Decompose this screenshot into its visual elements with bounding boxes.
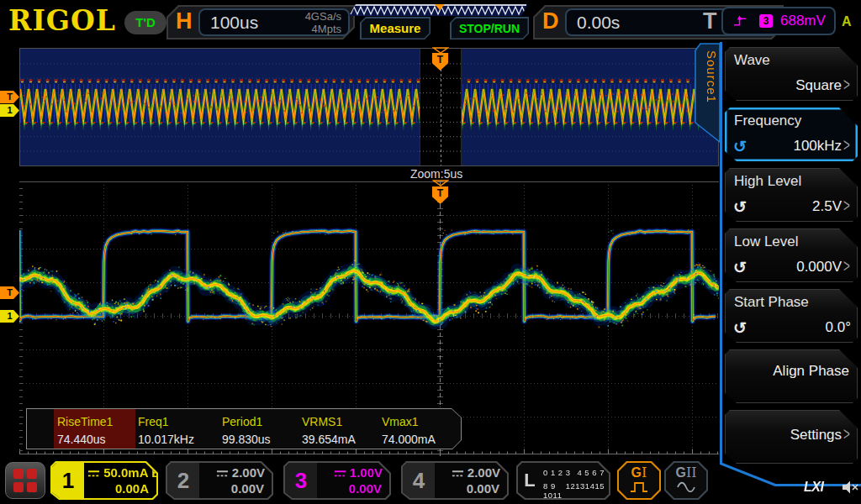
rigol-logo: RIGOL <box>8 4 116 37</box>
chevron-right-icon: > <box>843 425 850 446</box>
sidebar-button-low-level[interactable]: Low Level ↺ 0.000V> <box>725 228 858 282</box>
channel3-box[interactable]: 3 1.00V 0.00V <box>283 461 391 500</box>
channel2-number: 2 <box>167 463 199 498</box>
knob-icon: ↺ <box>733 318 747 338</box>
trigger-level-tag[interactable]: T <box>0 286 19 299</box>
dc-coupling-icon <box>87 470 100 478</box>
channel1-number: 1 <box>52 463 84 498</box>
h-label: H <box>176 8 193 34</box>
sidebar-button-high-level[interactable]: High Level ↺ 2.5V> <box>725 168 858 222</box>
sidebar-button-settings[interactable]: Settings> <box>725 410 858 464</box>
sidebar-button-wave[interactable]: Wave Square> <box>725 47 858 101</box>
chevron-right-icon: > <box>843 136 850 157</box>
delay-value: 0.00s <box>577 13 620 33</box>
sidebar-button-start-phase[interactable]: Start Phase ↺ 0.0° <box>725 289 858 343</box>
trigger-status-badge: T'D <box>124 11 166 34</box>
logic-label: L <box>518 463 541 498</box>
sidebar-tab-source1[interactable]: Source1 <box>697 50 719 138</box>
waveform-position-strip[interactable] <box>349 4 528 16</box>
channel4-number: 4 <box>403 463 435 498</box>
dc-coupling-icon <box>452 470 464 478</box>
zoom-scale-label: Zoom:5us <box>410 167 462 181</box>
dc-coupling-icon <box>216 470 229 478</box>
trigger-level-value: 688mV <box>780 13 826 29</box>
speaker-muted-icon[interactable] <box>841 480 859 495</box>
menu-button[interactable] <box>5 462 45 499</box>
channel1-ground-tag[interactable]: 1 <box>0 310 19 323</box>
horizontal-timebase-block[interactable]: H 100us 4GSa/s 4Mpts <box>166 5 355 39</box>
channel1-offset: 0.00A <box>87 481 149 496</box>
trigger-sweep-mode: A <box>842 14 852 29</box>
knob-icon: ↺ <box>733 137 747 156</box>
channel2-box[interactable]: 2 2.00V 0.00V <box>166 461 273 500</box>
sidebar-button-align-phase[interactable]: Align Phase <box>725 349 858 403</box>
menu-grid-icon <box>13 469 37 492</box>
rising-edge-icon <box>733 14 747 28</box>
timebase-value: 100us <box>210 13 258 33</box>
sine-wave-icon <box>677 481 695 492</box>
overview-canvas <box>20 49 718 165</box>
chevron-right-icon: > <box>843 257 850 278</box>
t-label: T <box>703 8 717 34</box>
square-pulse-icon <box>630 481 648 492</box>
channel4-box[interactable]: 4 2.00V 0.00V <box>401 461 509 500</box>
knob-icon: ↺ <box>733 258 747 277</box>
dc-coupling-icon <box>334 470 346 478</box>
memory-depth: 4Mpts <box>305 23 341 35</box>
measurements-panel[interactable]: RiseTime1 74.440us Freq1 10.017kHz Perio… <box>26 408 462 449</box>
trigger-source-badge: 3 <box>759 14 773 28</box>
channel4-offset: 0.00V <box>438 481 499 496</box>
overview-channel1-tag[interactable]: 1 <box>0 104 19 117</box>
chevron-right-icon: > <box>843 76 850 97</box>
channel2-offset: 0.00V <box>203 481 264 496</box>
generator2-button[interactable]: GII <box>664 461 708 500</box>
overview-trigger-level-tag[interactable]: T <box>0 91 19 103</box>
trigger-info-block[interactable]: 3 688mV <box>721 7 836 35</box>
sidebar-button-frequency[interactable]: Frequency ↺ 100kHz> <box>725 108 858 161</box>
stop-run-label: STOP/RUN <box>450 22 529 35</box>
channel3-number: 3 <box>285 463 317 498</box>
trigger-marker-triangle-icon <box>432 47 449 54</box>
lxi-logo: LXI <box>804 480 823 495</box>
sample-rate: 4GSa/s <box>305 10 341 23</box>
d-label: D <box>542 8 559 34</box>
stop-run-button[interactable]: STOP/RUN <box>450 17 529 39</box>
chevron-right-icon: > <box>843 197 850 218</box>
main-trigger-triangle-icon <box>432 180 449 186</box>
waveform-overview[interactable] <box>19 48 719 166</box>
generator1-button[interactable]: GI <box>617 461 661 500</box>
trigger-position-marker-icon <box>435 4 446 11</box>
bandwidth-limit-indicator: B <box>151 465 161 480</box>
measure-button[interactable]: Measure <box>360 17 430 39</box>
zoom-strip: Zoom:5us <box>0 166 719 181</box>
logic-channels-box[interactable]: L 0 1 2 3 4 5 6 7 8 9 1011 12131415 <box>516 461 610 500</box>
measure-label: Measure <box>360 21 430 35</box>
knob-icon: ↺ <box>733 197 747 217</box>
channel3-offset: 0.00V <box>320 481 382 496</box>
channel1-box[interactable]: 1 50.0mA B 0.00A <box>50 461 158 500</box>
